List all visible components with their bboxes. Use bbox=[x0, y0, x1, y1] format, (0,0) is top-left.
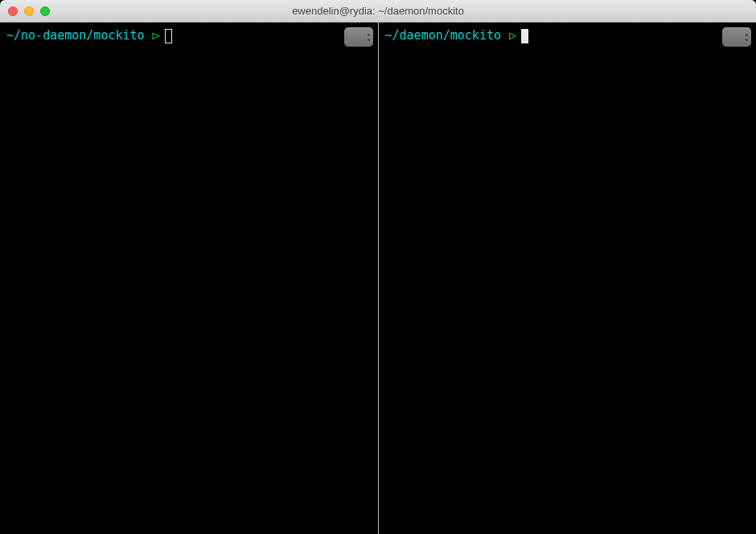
right-pane[interactable]: ~/daemon/mockito ▷ bbox=[379, 23, 757, 534]
maximize-button[interactable] bbox=[40, 6, 50, 16]
badge-dots-icon bbox=[746, 34, 748, 41]
prompt-path-left: ~/no-daemon/mockito bbox=[6, 27, 145, 44]
pane-badge-right[interactable] bbox=[722, 27, 751, 47]
left-pane[interactable]: ~/no-daemon/mockito ▷ bbox=[0, 23, 378, 534]
title-bar[interactable]: ewendelin@rydia: ~/daemon/mockito bbox=[0, 0, 756, 23]
window-title: ewendelin@rydia: ~/daemon/mockito bbox=[292, 5, 464, 17]
prompt-symbol-left: ▷ bbox=[153, 27, 160, 44]
minimize-button[interactable] bbox=[24, 6, 34, 16]
close-button[interactable] bbox=[8, 6, 18, 16]
cursor-right bbox=[521, 29, 528, 43]
cursor-left bbox=[165, 29, 172, 43]
terminal-window: ewendelin@rydia: ~/daemon/mockito ~/no-d… bbox=[0, 0, 756, 534]
pane-badge-left[interactable] bbox=[344, 27, 373, 47]
terminal-split-container: ~/no-daemon/mockito ▷ ~/daemon/mockito ▷ bbox=[0, 23, 756, 534]
traffic-lights bbox=[8, 6, 50, 16]
prompt-symbol-right: ▷ bbox=[509, 27, 516, 44]
prompt-path-right: ~/daemon/mockito bbox=[385, 27, 502, 44]
badge-dots-icon bbox=[368, 34, 370, 41]
prompt-line-left: ~/no-daemon/mockito ▷ bbox=[6, 27, 372, 44]
prompt-line-right: ~/daemon/mockito ▷ bbox=[385, 27, 750, 44]
